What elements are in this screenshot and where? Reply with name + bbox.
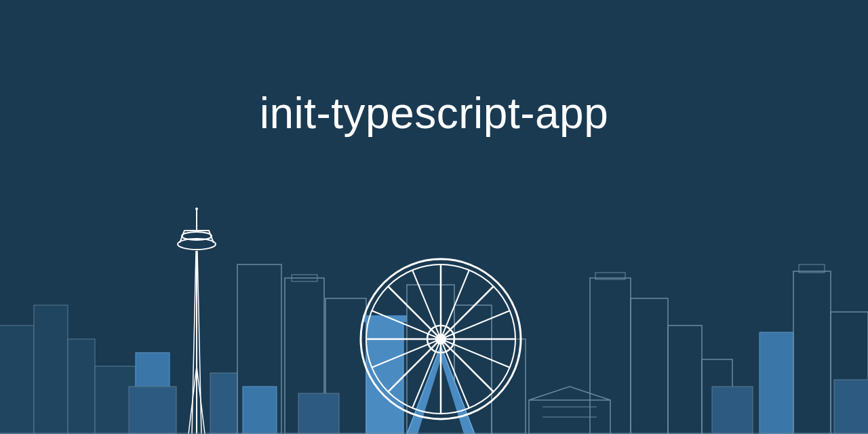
svg-rect-43	[668, 326, 702, 434]
svg-rect-2	[68, 339, 95, 434]
svg-rect-15	[243, 387, 277, 434]
skyline-illustration	[0, 163, 868, 434]
svg-rect-1	[34, 305, 68, 434]
svg-rect-42	[631, 298, 668, 434]
svg-rect-50	[834, 380, 868, 434]
svg-rect-0	[0, 326, 34, 434]
svg-rect-45	[712, 387, 753, 434]
svg-rect-5	[129, 387, 176, 434]
svg-point-12	[195, 208, 198, 210]
svg-rect-46	[760, 332, 793, 434]
svg-rect-20	[366, 319, 403, 434]
svg-rect-13	[210, 373, 237, 434]
svg-line-7	[192, 251, 196, 434]
svg-rect-47	[793, 271, 831, 434]
svg-line-8	[197, 251, 201, 434]
svg-rect-19	[298, 393, 339, 434]
page-title: init-typescript-app	[0, 88, 868, 138]
